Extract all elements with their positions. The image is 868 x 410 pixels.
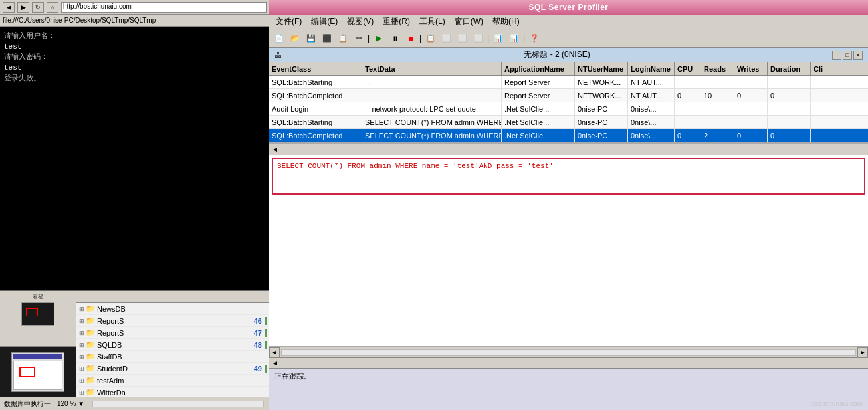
menu-file[interactable]: 文件(F) xyxy=(272,15,306,29)
toolbar-btn-edit[interactable]: ✏ xyxy=(352,31,366,46)
cell-event: SQL:BatchStarting xyxy=(269,116,362,128)
menu-tools[interactable]: 工具(L) xyxy=(415,15,449,29)
toolbar-btn-play[interactable]: ▶ xyxy=(372,31,386,46)
chart1-icon: 📊 xyxy=(494,34,503,43)
pause-icon: ⏸ xyxy=(391,35,399,43)
menu-replay[interactable]: 重播(R) xyxy=(379,15,414,29)
toolbar-separator: | xyxy=(368,34,370,43)
toolbar-btn-3[interactable]: ⬜ xyxy=(455,31,470,46)
maximize-button[interactable]: □ xyxy=(843,51,852,60)
detail-horizontal-scrollbar[interactable]: ◄ ► xyxy=(269,346,868,357)
col-header-writes: Writes xyxy=(734,62,768,75)
expand-icon[interactable]: ⊞ xyxy=(79,377,84,384)
toolbar-btn-4[interactable]: ⬜ xyxy=(471,31,486,46)
table-row[interactable]: SQL:BatchStarting ... Report Server NETW… xyxy=(269,76,868,89)
col-header-reads: Reads xyxy=(701,62,734,75)
toolbar-btn-save[interactable]: 💾 xyxy=(304,31,318,46)
expand-icon[interactable]: ⊞ xyxy=(79,389,84,396)
toolbar-btn-chart1[interactable]: 📊 xyxy=(491,31,506,46)
expand-icon[interactable]: ⊞ xyxy=(79,306,84,312)
db-entry-reports2[interactable]: ⊞ 📁 ReportS 47 xyxy=(76,327,269,339)
home-button[interactable]: ⌂ xyxy=(47,2,58,13)
cell-login: NT AUT... xyxy=(628,76,675,88)
expand-icon[interactable]: ⊞ xyxy=(79,318,84,324)
expand-icon[interactable]: ⊞ xyxy=(79,330,84,336)
cell-duration xyxy=(768,102,811,115)
toolbar-btn-pause[interactable]: ⏸ xyxy=(387,31,402,46)
toolbar-btn-help[interactable]: ❓ xyxy=(527,31,542,46)
toolbar-btn-copy[interactable]: 📋 xyxy=(336,31,350,46)
scroll-track[interactable] xyxy=(281,349,856,356)
thumbnail-1[interactable]: 看秘 xyxy=(0,291,76,347)
cell-writes: 0 xyxy=(734,129,768,142)
mini-bar xyxy=(265,317,267,325)
menu-edit[interactable]: 编辑(E) xyxy=(307,15,342,29)
db-name: SQLDB xyxy=(97,341,242,349)
toolbar-btn-open[interactable]: 📂 xyxy=(288,31,302,46)
table-row[interactable]: SQL:BatchStarting SELECT COUNT(*) FROM a… xyxy=(269,116,868,129)
mini-bar xyxy=(265,341,267,349)
db-entry-testadm[interactable]: ⊞ 📁 testAdm xyxy=(76,375,269,387)
sql-text-display: SELECT COUNT(*) FROM admin WHERE name = … xyxy=(272,158,865,195)
db-entry-witterda[interactable]: ⊞ 📁 WitterDa xyxy=(76,387,269,397)
menu-help[interactable]: 帮助(H) xyxy=(488,15,524,29)
toolbar-btn-2[interactable]: ⬜ xyxy=(439,31,454,46)
address-bar[interactable]: http://bbs.ichunaiu.com xyxy=(61,2,267,13)
zoom-control[interactable]: 120 % ▼ xyxy=(57,400,84,407)
cell-cli xyxy=(811,89,837,102)
cell-login: 0nise\... xyxy=(628,116,675,128)
browser-terminal-area: ◀ ▶ ↻ ⌂ http://bbs.ichunaiu.com file:///… xyxy=(0,0,269,290)
toolbar: 📄 📂 💾 ⬛ 📋 ✏ | ▶ ⏸ ⏹ | 📋 ⬜ ⬜ ⬜ | 📊 📊 | ❓ xyxy=(269,29,868,48)
minimize-button[interactable]: _ xyxy=(832,51,841,60)
cell-reads: 2 xyxy=(701,129,734,142)
cell-event: SQL:BatchStarting xyxy=(269,76,362,88)
db-entry-reports1[interactable]: ⊞ 📁 ReportS 46 xyxy=(76,315,269,327)
terminal-line: test xyxy=(4,41,265,52)
cell-reads xyxy=(701,116,734,128)
status-scroll-icon[interactable]: ◄ xyxy=(272,359,278,367)
close-button[interactable]: × xyxy=(853,51,863,60)
expand-icon[interactable]: ⊞ xyxy=(79,342,84,348)
expand-icon[interactable]: ⊞ xyxy=(79,354,84,360)
cell-login: 0nise\... xyxy=(628,129,675,142)
db-entry-newsdb[interactable]: ⊞ 📁 NewsDB xyxy=(76,303,269,315)
toolbar-btn-props[interactable]: ⬛ xyxy=(320,31,334,46)
detail-scroll-top: ◄ xyxy=(269,144,868,155)
horizontal-scrollbar[interactable] xyxy=(92,401,264,407)
cell-text: ... xyxy=(362,76,502,88)
bottom-left-panel: 看秘 xyxy=(0,290,269,397)
back-button[interactable]: ◀ xyxy=(3,2,15,13)
db-entry-staffdb[interactable]: ⊞ 📁 StaffDB xyxy=(76,351,269,363)
toolbar-btn-chart2[interactable]: 📊 xyxy=(507,31,522,46)
cell-ntuser: 0nise-PC xyxy=(575,102,628,115)
db-entry-studentd[interactable]: ⊞ 📁 StudentD 49 xyxy=(76,363,269,375)
cell-event: SQL:BatchCompleted xyxy=(269,129,362,142)
toolbar-btn-stop[interactable]: ⏹ xyxy=(403,31,418,46)
left-scroll-icon[interactable]: ◄ xyxy=(272,146,278,153)
menu-window[interactable]: 窗口(W) xyxy=(451,15,487,29)
toolbar-btn-new[interactable]: 📄 xyxy=(272,31,286,46)
left-panel: ◀ ▶ ↻ ⌂ http://bbs.ichunaiu.com file:///… xyxy=(0,0,269,410)
cell-cpu: 0 xyxy=(675,129,701,142)
cell-login: NT AUT... xyxy=(628,89,675,102)
thumbnail-2 xyxy=(0,347,76,397)
folder-icon: 📁 xyxy=(86,364,95,373)
zoom-value: 120 % xyxy=(57,400,76,407)
cell-duration xyxy=(768,76,811,88)
scroll-left-button[interactable]: ◄ xyxy=(269,347,280,358)
menu-view[interactable]: 视图(V) xyxy=(343,15,378,29)
refresh-button[interactable]: ↻ xyxy=(32,2,44,13)
table-row-selected[interactable]: SQL:BatchCompleted SELECT COUNT(*) FROM … xyxy=(269,129,868,142)
zoom-dropdown-icon[interactable]: ▼ xyxy=(78,400,84,407)
table-row[interactable]: SQL:BatchCompleted ... Report Server NET… xyxy=(269,89,868,102)
table-row[interactable]: Audit Login -- network protocol: LPC set… xyxy=(269,102,868,116)
cell-cli xyxy=(811,116,837,128)
save-icon: 💾 xyxy=(306,34,316,43)
cell-cpu xyxy=(675,76,701,88)
terminal-line: test xyxy=(4,62,265,73)
expand-icon[interactable]: ⊞ xyxy=(79,365,84,372)
toolbar-btn-1[interactable]: 📋 xyxy=(423,31,438,46)
db-entry-sqldb[interactable]: ⊞ 📁 SQLDB 48 xyxy=(76,339,269,351)
scroll-right-button[interactable]: ► xyxy=(857,347,868,358)
forward-button[interactable]: ▶ xyxy=(17,2,29,13)
